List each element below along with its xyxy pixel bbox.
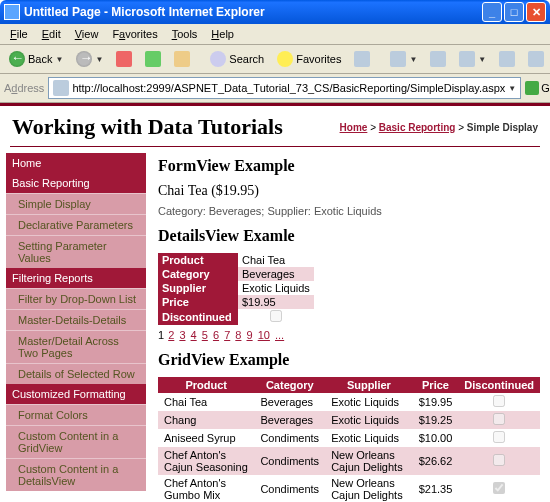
discontinued-checkbox bbox=[493, 395, 505, 407]
gv-header: Price bbox=[413, 377, 459, 393]
pager-link[interactable]: 7 bbox=[224, 329, 230, 341]
maximize-button[interactable]: □ bbox=[504, 2, 524, 22]
back-icon bbox=[9, 51, 25, 67]
gv-cell: New Orleans Cajun Delights bbox=[325, 475, 413, 502]
menubar: File Edit View Favorites Tools Help bbox=[0, 24, 550, 45]
stop-button[interactable] bbox=[111, 48, 137, 70]
go-button[interactable]: Go bbox=[525, 81, 550, 95]
nav-link[interactable]: Format Colors bbox=[6, 404, 146, 425]
gv-cell bbox=[458, 429, 540, 447]
search-button[interactable]: Search bbox=[205, 48, 269, 70]
nav-group-head[interactable]: Customized Formatting bbox=[6, 384, 146, 404]
gv-header: Product bbox=[158, 377, 254, 393]
home-icon bbox=[174, 51, 190, 67]
close-button[interactable]: ✕ bbox=[526, 2, 546, 22]
minimize-button[interactable]: _ bbox=[482, 2, 502, 22]
gridview-table: ProductCategorySupplierPriceDiscontinued… bbox=[158, 377, 540, 502]
gv-cell bbox=[458, 411, 540, 429]
pager-link[interactable]: ... bbox=[275, 329, 284, 341]
edit-button[interactable]: ▼ bbox=[454, 48, 491, 70]
mail-icon bbox=[390, 51, 406, 67]
forward-button[interactable]: ▼ bbox=[71, 48, 108, 70]
gridview-heading: GridView Example bbox=[158, 351, 540, 369]
discontinued-checkbox bbox=[493, 482, 505, 494]
nav-link[interactable]: Master-Details-Details bbox=[6, 309, 146, 330]
dv-value: $19.95 bbox=[238, 295, 314, 309]
nav-group-head[interactable]: Filtering Reports bbox=[6, 268, 146, 288]
nav-link[interactable]: Filter by Drop-Down List bbox=[6, 288, 146, 309]
menu-tools[interactable]: Tools bbox=[166, 26, 204, 42]
home-button[interactable] bbox=[169, 48, 195, 70]
gv-cell: Chef Anton's Gumbo Mix bbox=[158, 475, 254, 502]
address-label: Address bbox=[4, 82, 44, 94]
nav-link[interactable]: Setting Parameter Values bbox=[6, 235, 146, 268]
gv-cell: Condiments bbox=[254, 429, 325, 447]
gv-cell: Aniseed Syrup bbox=[158, 429, 254, 447]
star-icon bbox=[277, 51, 293, 67]
window-titlebar: Untitled Page - Microsoft Internet Explo… bbox=[0, 0, 550, 24]
dv-label: Product bbox=[158, 253, 238, 267]
history-icon bbox=[354, 51, 370, 67]
print-button[interactable] bbox=[425, 48, 451, 70]
refresh-button[interactable] bbox=[140, 48, 166, 70]
discontinued-checkbox bbox=[493, 431, 505, 443]
nav-link[interactable]: Custom Content in a GridView bbox=[6, 425, 146, 458]
pager-link[interactable]: 9 bbox=[247, 329, 253, 341]
back-button[interactable]: Back ▼ bbox=[4, 48, 68, 70]
pager-link[interactable]: 4 bbox=[191, 329, 197, 341]
edit-icon bbox=[459, 51, 475, 67]
discontinued-checkbox bbox=[493, 454, 505, 466]
address-input[interactable]: http://localhost:2999/ASPNET_Data_Tutori… bbox=[48, 77, 521, 99]
dv-label: Supplier bbox=[158, 281, 238, 295]
menu-file[interactable]: File bbox=[4, 26, 34, 42]
gv-cell bbox=[458, 393, 540, 411]
pager-link[interactable]: 10 bbox=[258, 329, 270, 341]
nav-home[interactable]: Home bbox=[6, 153, 146, 173]
breadcrumb-section[interactable]: Basic Reporting bbox=[379, 122, 456, 133]
menu-view[interactable]: View bbox=[69, 26, 105, 42]
nav-link[interactable]: Master/Detail Across Two Pages bbox=[6, 330, 146, 363]
chevron-down-icon: ▼ bbox=[55, 55, 63, 64]
gv-cell bbox=[458, 447, 540, 475]
search-icon bbox=[210, 51, 226, 67]
sidebar: Home Basic ReportingSimple DisplayDeclar… bbox=[6, 153, 146, 502]
gv-cell: Chai Tea bbox=[158, 393, 254, 411]
pager-link[interactable]: 6 bbox=[213, 329, 219, 341]
tb-button[interactable] bbox=[523, 48, 549, 70]
nav-link[interactable]: Details of Selected Row bbox=[6, 363, 146, 384]
nav-link[interactable]: Custom Content in a DetailsView bbox=[6, 458, 146, 491]
main-content: FormView Example Chai Tea ($19.95) Categ… bbox=[154, 153, 544, 502]
history-button[interactable] bbox=[349, 48, 375, 70]
pager-link[interactable]: 8 bbox=[235, 329, 241, 341]
discontinued-checkbox bbox=[493, 413, 505, 425]
breadcrumb-home[interactable]: Home bbox=[340, 122, 368, 133]
discontinued-checkbox bbox=[270, 310, 282, 322]
menu-edit[interactable]: Edit bbox=[36, 26, 67, 42]
pager-link[interactable]: 5 bbox=[202, 329, 208, 341]
toolbar: Back ▼ ▼ Search Favorites ▼ ▼ bbox=[0, 45, 550, 74]
nav-link[interactable]: Simple Display bbox=[6, 193, 146, 214]
nav-link[interactable]: Declarative Parameters bbox=[6, 214, 146, 235]
menu-help[interactable]: Help bbox=[205, 26, 240, 42]
forward-icon bbox=[76, 51, 92, 67]
dv-value: Exotic Liquids bbox=[238, 281, 314, 295]
mail-button[interactable]: ▼ bbox=[385, 48, 422, 70]
dv-value: Chai Tea bbox=[238, 253, 314, 267]
content-viewport[interactable]: Working with Data Tutorials Home > Basic… bbox=[0, 103, 550, 502]
favorites-button[interactable]: Favorites bbox=[272, 48, 346, 70]
menu-favorites[interactable]: Favorites bbox=[106, 26, 163, 42]
pager-link[interactable]: 3 bbox=[179, 329, 185, 341]
nav-group-head[interactable]: Basic Reporting bbox=[6, 173, 146, 193]
gv-cell: Chef Anton's Cajun Seasoning bbox=[158, 447, 254, 475]
dv-label: Category bbox=[158, 267, 238, 281]
pager: 1 2 3 4 5 6 7 8 9 10 ... bbox=[158, 329, 540, 341]
tb-button[interactable] bbox=[494, 48, 520, 70]
chevron-down-icon[interactable]: ▼ bbox=[508, 84, 516, 93]
pager-current: 1 bbox=[158, 329, 164, 341]
gv-cell: $21.35 bbox=[413, 475, 459, 502]
formview-item: Chai Tea ($19.95) bbox=[158, 183, 540, 199]
detailsview-table: ProductChai TeaCategoryBeveragesSupplier… bbox=[158, 253, 314, 325]
gv-header: Discontinued bbox=[458, 377, 540, 393]
pager-link[interactable]: 2 bbox=[168, 329, 174, 341]
go-icon bbox=[525, 81, 539, 95]
